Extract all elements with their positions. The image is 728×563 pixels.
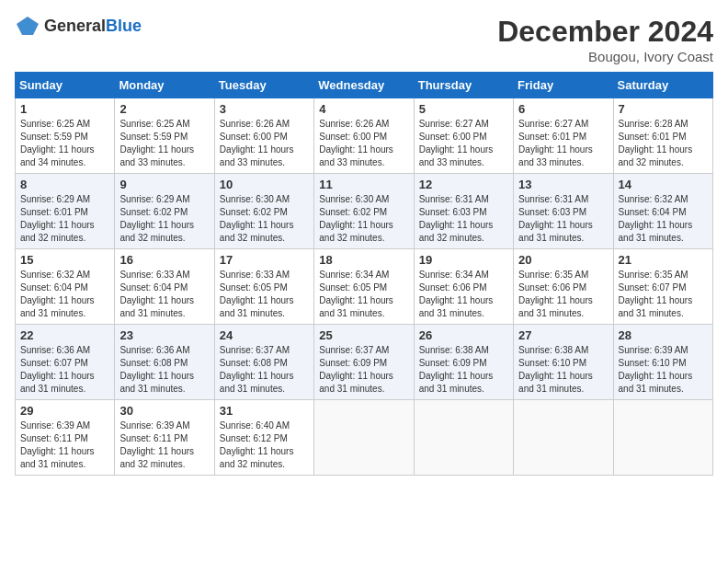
day-info: Sunrise: 6:30 AMSunset: 6:02 PMDaylight:…: [220, 194, 294, 243]
calendar-cell: 8Sunrise: 6:29 AMSunset: 6:01 PMDaylight…: [16, 174, 115, 249]
calendar-cell: 27Sunrise: 6:38 AMSunset: 6:10 PMDayligh…: [514, 325, 613, 400]
day-number: 20: [518, 253, 608, 267]
day-number: 13: [518, 178, 608, 191]
day-info: Sunrise: 6:25 AMSunset: 5:59 PMDaylight:…: [20, 119, 95, 167]
calendar-week-row: 29Sunrise: 6:39 AMSunset: 6:11 PMDayligh…: [16, 400, 713, 476]
day-number: 5: [419, 102, 508, 116]
calendar-cell: 16Sunrise: 6:33 AMSunset: 6:04 PMDayligh…: [115, 249, 214, 325]
logo-text-blue: Blue: [106, 17, 142, 35]
day-info: Sunrise: 6:34 AMSunset: 6:06 PMDaylight:…: [419, 270, 494, 318]
calendar-cell: 22Sunrise: 6:36 AMSunset: 6:07 PMDayligh…: [16, 325, 115, 400]
day-number: 30: [119, 404, 209, 418]
month-title: December 2024: [497, 15, 713, 49]
calendar-cell: 9Sunrise: 6:29 AMSunset: 6:02 PMDaylight…: [115, 174, 214, 249]
day-info: Sunrise: 6:33 AMSunset: 6:04 PMDaylight:…: [119, 270, 194, 318]
weekday-header-friday: Friday: [514, 73, 613, 98]
calendar-cell: [314, 400, 414, 476]
calendar-week-row: 22Sunrise: 6:36 AMSunset: 6:07 PMDayligh…: [16, 325, 713, 400]
calendar-cell: 4Sunrise: 6:26 AMSunset: 6:00 PMDaylight…: [314, 98, 414, 174]
calendar-cell: 18Sunrise: 6:34 AMSunset: 6:05 PMDayligh…: [314, 249, 414, 325]
day-info: Sunrise: 6:27 AMSunset: 6:00 PMDaylight:…: [419, 119, 494, 167]
day-info: Sunrise: 6:36 AMSunset: 6:07 PMDaylight:…: [20, 345, 95, 394]
day-info: Sunrise: 6:40 AMSunset: 6:12 PMDaylight:…: [220, 420, 294, 469]
day-info: Sunrise: 6:31 AMSunset: 6:03 PMDaylight:…: [518, 194, 593, 243]
calendar-cell: 15Sunrise: 6:32 AMSunset: 6:04 PMDayligh…: [16, 249, 115, 325]
calendar-cell: 23Sunrise: 6:36 AMSunset: 6:08 PMDayligh…: [115, 325, 214, 400]
calendar-week-row: 15Sunrise: 6:32 AMSunset: 6:04 PMDayligh…: [16, 249, 713, 325]
day-number: 21: [619, 253, 708, 267]
weekday-header-thursday: Thursday: [414, 73, 513, 98]
calendar-cell: 5Sunrise: 6:27 AMSunset: 6:00 PMDaylight…: [414, 98, 513, 174]
calendar-cell: 2Sunrise: 6:25 AMSunset: 5:59 PMDaylight…: [115, 98, 214, 174]
calendar-cell: 17Sunrise: 6:33 AMSunset: 6:05 PMDayligh…: [214, 249, 313, 325]
calendar-cell: 26Sunrise: 6:38 AMSunset: 6:09 PMDayligh…: [414, 325, 513, 400]
calendar-cell: 20Sunrise: 6:35 AMSunset: 6:06 PMDayligh…: [514, 249, 613, 325]
day-number: 24: [220, 328, 309, 342]
day-info: Sunrise: 6:29 AMSunset: 6:01 PMDaylight:…: [20, 194, 95, 243]
weekday-header-wednesday: Wednesday: [314, 73, 414, 98]
day-number: 23: [119, 328, 209, 342]
location-title: Bougou, Ivory Coast: [497, 49, 713, 64]
day-number: 1: [20, 102, 109, 116]
day-info: Sunrise: 6:30 AMSunset: 6:02 PMDaylight:…: [319, 194, 393, 243]
day-number: 9: [119, 178, 209, 191]
weekday-header-saturday: Saturday: [613, 73, 712, 98]
weekday-header-tuesday: Tuesday: [214, 73, 313, 98]
calendar-week-row: 8Sunrise: 6:29 AMSunset: 6:01 PMDaylight…: [16, 174, 713, 249]
day-number: 17: [220, 253, 309, 267]
calendar-cell: 30Sunrise: 6:39 AMSunset: 6:11 PMDayligh…: [115, 400, 214, 476]
day-info: Sunrise: 6:39 AMSunset: 6:11 PMDaylight:…: [119, 420, 194, 469]
day-info: Sunrise: 6:39 AMSunset: 6:11 PMDaylight:…: [20, 420, 95, 469]
calendar-cell: 29Sunrise: 6:39 AMSunset: 6:11 PMDayligh…: [16, 400, 115, 476]
calendar-cell: 19Sunrise: 6:34 AMSunset: 6:06 PMDayligh…: [414, 249, 513, 325]
calendar-table: SundayMondayTuesdayWednesdayThursdayFrid…: [15, 72, 713, 476]
day-info: Sunrise: 6:33 AMSunset: 6:05 PMDaylight:…: [220, 270, 294, 318]
calendar-cell: 21Sunrise: 6:35 AMSunset: 6:07 PMDayligh…: [613, 249, 712, 325]
day-number: 25: [319, 328, 408, 342]
calendar-cell: 1Sunrise: 6:25 AMSunset: 5:59 PMDaylight…: [16, 98, 115, 174]
day-info: Sunrise: 6:29 AMSunset: 6:02 PMDaylight:…: [119, 194, 194, 243]
day-number: 14: [619, 178, 708, 191]
calendar-cell: 31Sunrise: 6:40 AMSunset: 6:12 PMDayligh…: [214, 400, 313, 476]
day-info: Sunrise: 6:38 AMSunset: 6:10 PMDaylight:…: [518, 345, 593, 394]
day-info: Sunrise: 6:38 AMSunset: 6:09 PMDaylight:…: [419, 345, 494, 394]
day-info: Sunrise: 6:26 AMSunset: 6:00 PMDaylight:…: [220, 119, 294, 167]
calendar-cell: 3Sunrise: 6:26 AMSunset: 6:00 PMDaylight…: [214, 98, 313, 174]
day-number: 15: [20, 253, 109, 267]
logo-text-general: General: [44, 17, 106, 35]
calendar-cell: 10Sunrise: 6:30 AMSunset: 6:02 PMDayligh…: [214, 174, 313, 249]
calendar-cell: 14Sunrise: 6:32 AMSunset: 6:04 PMDayligh…: [613, 174, 712, 249]
day-info: Sunrise: 6:35 AMSunset: 6:06 PMDaylight:…: [518, 270, 593, 318]
weekday-header-monday: Monday: [115, 73, 214, 98]
day-number: 27: [518, 328, 608, 342]
day-number: 26: [419, 328, 508, 342]
calendar-cell: [514, 400, 613, 476]
calendar-cell: 28Sunrise: 6:39 AMSunset: 6:10 PMDayligh…: [613, 325, 712, 400]
title-area: December 2024 Bougou, Ivory Coast: [497, 15, 713, 64]
day-info: Sunrise: 6:31 AMSunset: 6:03 PMDaylight:…: [419, 194, 494, 243]
day-info: Sunrise: 6:39 AMSunset: 6:10 PMDaylight:…: [619, 345, 693, 394]
day-number: 22: [20, 328, 109, 342]
day-number: 16: [119, 253, 209, 267]
weekday-header-sunday: Sunday: [16, 73, 115, 98]
day-number: 29: [20, 404, 109, 418]
calendar-cell: 11Sunrise: 6:30 AMSunset: 6:02 PMDayligh…: [314, 174, 414, 249]
calendar-cell: 13Sunrise: 6:31 AMSunset: 6:03 PMDayligh…: [514, 174, 613, 249]
day-info: Sunrise: 6:36 AMSunset: 6:08 PMDaylight:…: [119, 345, 194, 394]
day-number: 4: [319, 102, 408, 116]
day-info: Sunrise: 6:37 AMSunset: 6:09 PMDaylight:…: [319, 345, 393, 394]
calendar-cell: 6Sunrise: 6:27 AMSunset: 6:01 PMDaylight…: [514, 98, 613, 174]
day-info: Sunrise: 6:34 AMSunset: 6:05 PMDaylight:…: [319, 270, 393, 318]
day-number: 10: [220, 178, 309, 191]
page-header: GeneralBlue December 2024 Bougou, Ivory …: [15, 15, 713, 64]
calendar-cell: 7Sunrise: 6:28 AMSunset: 6:01 PMDaylight…: [613, 98, 712, 174]
day-number: 3: [220, 102, 309, 116]
calendar-header-row: SundayMondayTuesdayWednesdayThursdayFrid…: [16, 73, 713, 98]
day-number: 31: [220, 404, 309, 418]
day-number: 2: [119, 102, 209, 116]
day-info: Sunrise: 6:28 AMSunset: 6:01 PMDaylight:…: [619, 119, 693, 167]
day-number: 8: [20, 178, 109, 191]
logo-icon: [15, 15, 40, 37]
day-info: Sunrise: 6:32 AMSunset: 6:04 PMDaylight:…: [20, 270, 95, 318]
day-info: Sunrise: 6:32 AMSunset: 6:04 PMDaylight:…: [619, 194, 693, 243]
